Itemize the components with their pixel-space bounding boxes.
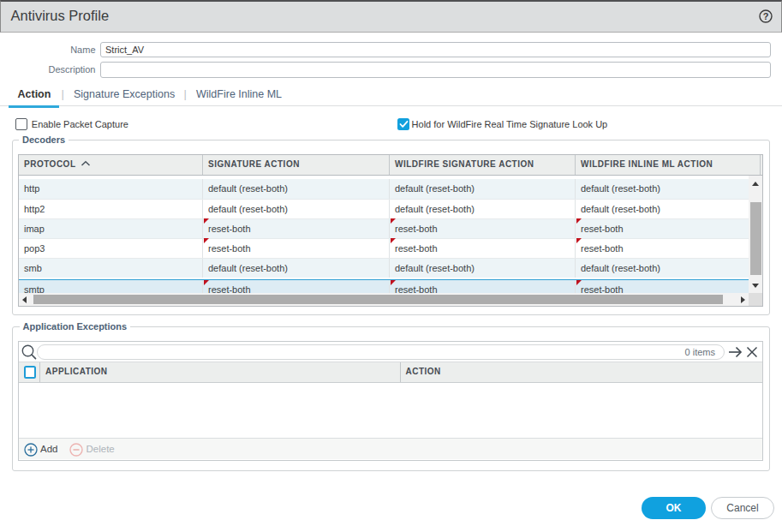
svg-text:?: ? [763,11,769,21]
